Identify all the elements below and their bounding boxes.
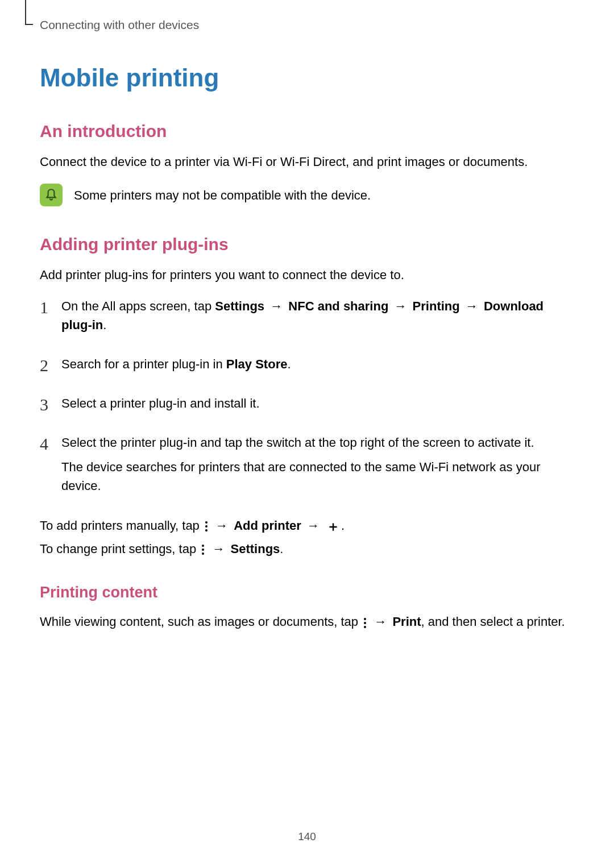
change-settings-line: To change print settings, tap → Settings…	[40, 539, 574, 559]
step-2-prefix: Search for a printer plug-in in	[61, 357, 226, 371]
arrow-icon: →	[394, 299, 406, 313]
breadcrumb: Connecting with other devices	[40, 18, 574, 32]
section-plugins-heading: Adding printer plug-ins	[40, 235, 574, 254]
printing-prefix: While viewing content, such as images or…	[40, 614, 362, 629]
step-1: On the All apps screen, tap Settings → N…	[40, 297, 574, 334]
printing-body: While viewing content, such as images or…	[40, 612, 574, 632]
arrow-icon: →	[307, 518, 320, 533]
plugins-body: Add printer plug-ins for printers you wa…	[40, 265, 574, 284]
step-1-settings: Settings	[215, 299, 264, 313]
printing-suffix: , and then select a printer.	[421, 614, 565, 629]
settings-prefix: To change print settings, tap	[40, 542, 200, 556]
more-icon	[364, 617, 366, 629]
arrow-icon: →	[270, 299, 283, 313]
subsection-printing-heading: Printing content	[40, 584, 574, 601]
more-icon	[202, 543, 204, 556]
step-1-prefix: On the All apps screen, tap	[61, 299, 215, 313]
add-printer-label: Add printer	[234, 518, 301, 533]
note-row: Some printers may not be compatible with…	[40, 184, 574, 206]
steps-list: On the All apps screen, tap Settings → N…	[40, 297, 574, 495]
more-icon	[205, 520, 208, 533]
step-4-line2: The device searches for printers that ar…	[61, 458, 574, 495]
step-2-playstore: Play Store	[226, 357, 288, 371]
settings-label: Settings	[231, 542, 280, 556]
arrow-icon: →	[466, 299, 478, 313]
step-1-nfc: NFC and sharing	[288, 299, 388, 313]
note-text: Some printers may not be compatible with…	[74, 186, 371, 205]
page-number: 140	[0, 830, 614, 843]
note-bell-icon	[40, 184, 63, 206]
step-1-printing: Printing	[413, 299, 460, 313]
arrow-icon: →	[212, 542, 225, 556]
arrow-icon: →	[215, 518, 228, 533]
plus-icon: ＋	[326, 520, 340, 533]
step-3: Select a printer plug-in and install it.	[40, 394, 574, 413]
step-4-line1: Select the printer plug-in and tap the s…	[61, 435, 534, 450]
arrow-icon: →	[374, 614, 387, 629]
page-title: Mobile printing	[40, 64, 574, 92]
intro-body: Connect the device to a printer via Wi-F…	[40, 152, 574, 171]
manual-add-line: To add printers manually, tap → Add prin…	[40, 516, 574, 535]
step-4: Select the printer plug-in and tap the s…	[40, 433, 574, 495]
page-content: Connecting with other devices Mobile pri…	[0, 0, 614, 632]
manual-prefix: To add printers manually, tap	[40, 518, 203, 533]
print-label: Print	[392, 614, 421, 629]
section-intro-heading: An introduction	[40, 122, 574, 141]
page-corner-mark	[25, 0, 33, 25]
step-2: Search for a printer plug-in in Play Sto…	[40, 355, 574, 373]
